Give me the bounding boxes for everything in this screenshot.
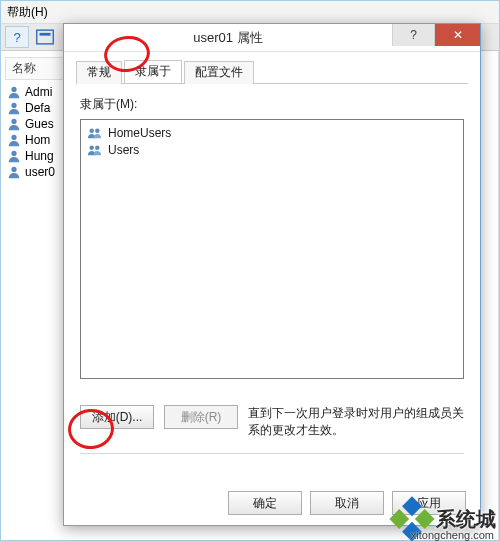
- svg-point-2: [11, 87, 16, 92]
- add-button[interactable]: 添加(D)...: [80, 405, 154, 429]
- menu-help[interactable]: 帮助(H): [7, 4, 48, 21]
- user-icon: [7, 149, 21, 163]
- svg-point-4: [11, 119, 16, 124]
- user-icon: [7, 133, 21, 147]
- user-icon: [7, 85, 21, 99]
- svg-point-3: [11, 103, 16, 108]
- tab-general[interactable]: 常规: [76, 61, 122, 84]
- memberof-pane: 隶属于(M): HomeUsers Users 添加(D)... 删除(R) 直…: [76, 84, 468, 454]
- group-icon: [87, 125, 102, 140]
- divider: [80, 453, 464, 454]
- dialog-help-button[interactable]: ?: [392, 24, 434, 46]
- watermark-url: xitongcheng.com: [411, 529, 494, 541]
- list-item-label: user0: [25, 165, 55, 179]
- cancel-button[interactable]: 取消: [310, 491, 384, 515]
- svg-rect-1: [40, 33, 51, 36]
- menu-bar: 帮助(H): [1, 1, 499, 23]
- svg-point-8: [89, 128, 94, 133]
- ok-button[interactable]: 确定: [228, 491, 302, 515]
- tab-profile[interactable]: 配置文件: [184, 61, 254, 84]
- note-text: 直到下一次用户登录时对用户的组成员关系的更改才生效。: [248, 405, 464, 439]
- svg-point-10: [89, 145, 94, 150]
- dialog-titlebar[interactable]: user01 属性 ? ✕: [64, 24, 480, 52]
- list-item-label: Admi: [25, 85, 52, 99]
- list-item-label: HomeUsers: [108, 126, 171, 140]
- user-icon: [7, 101, 21, 115]
- remove-button[interactable]: 删除(R): [164, 405, 238, 429]
- list-item-label: Hom: [25, 133, 50, 147]
- properties-icon[interactable]: [33, 26, 57, 48]
- dialog-title: user01 属性: [64, 29, 392, 47]
- list-item-label: Users: [108, 143, 139, 157]
- help-icon[interactable]: ?: [5, 26, 29, 48]
- memberof-label: 隶属于(M):: [80, 96, 464, 113]
- user-icon: [7, 117, 21, 131]
- tab-bar: 常规 隶属于 配置文件: [76, 60, 468, 84]
- tab-memberof[interactable]: 隶属于: [124, 60, 182, 83]
- list-item-label: Hung: [25, 149, 54, 163]
- dialog-close-button[interactable]: ✕: [434, 24, 480, 46]
- svg-point-11: [95, 145, 100, 150]
- group-listbox[interactable]: HomeUsers Users: [80, 119, 464, 379]
- list-item-label: Defa: [25, 101, 50, 115]
- list-item[interactable]: Users: [87, 141, 457, 158]
- svg-point-6: [11, 151, 16, 156]
- group-icon: [87, 142, 102, 157]
- properties-dialog: user01 属性 ? ✕ 常规 隶属于 配置文件 隶属于(M): HomeUs…: [63, 23, 481, 526]
- list-item-label: Gues: [25, 117, 54, 131]
- svg-point-9: [95, 128, 100, 133]
- svg-rect-0: [37, 30, 54, 44]
- user-icon: [7, 165, 21, 179]
- svg-point-7: [11, 167, 16, 172]
- svg-point-5: [11, 135, 16, 140]
- list-item[interactable]: HomeUsers: [87, 124, 457, 141]
